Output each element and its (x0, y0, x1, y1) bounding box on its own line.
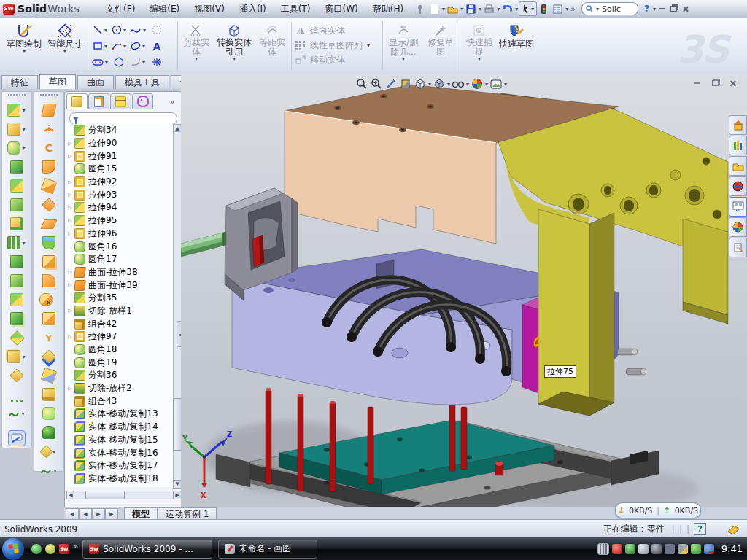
tree-item-extrude96[interactable]: ▷拉伸96 (66, 228, 173, 241)
curve-button[interactable] (2, 385, 31, 404)
extruded-surface-button[interactable]: C (34, 139, 63, 158)
toolbar-overflow-icon[interactable]: » (570, 4, 576, 14)
certificate-icon[interactable] (638, 544, 649, 554)
quick-snaps-button[interactable]: 快速捕捉 ▾ (462, 20, 496, 63)
extruded-boss-button[interactable]: ▾ (2, 101, 31, 120)
tree-item-combine42[interactable]: 组合42 (66, 317, 173, 330)
revolved-surface-button[interactable] (34, 120, 63, 139)
save-dropdown[interactable]: ▾ (479, 6, 481, 12)
model-tab[interactable]: 模型 (124, 508, 158, 520)
tree-item-fillet15[interactable]: 圆角15 (66, 163, 173, 176)
tree-item-split36[interactable]: 分割36 (66, 369, 173, 382)
menu-file[interactable]: 文件(F) (98, 1, 142, 17)
input-method-keyboard-icon[interactable] (597, 543, 609, 555)
select-dropdown[interactable]: ▾ (531, 6, 534, 12)
security-alert-icon[interactable] (612, 544, 622, 554)
view-palette-icon[interactable] (729, 197, 747, 217)
convert-entities-button[interactable]: 转换实体引用 ▾ (214, 20, 254, 63)
open-icon[interactable] (446, 3, 459, 15)
pin-icon[interactable] (414, 3, 427, 15)
tree-item-movecopy13[interactable]: 实体-移动/复制13 (66, 408, 173, 421)
ellipse-dropdown[interactable]: ▾ (142, 43, 145, 50)
toolbar-grip[interactable] (8, 94, 26, 100)
taskbar-clock[interactable]: 9:41 (721, 543, 743, 554)
rebuild-traffic-light-icon[interactable] (538, 3, 550, 15)
motion-study-tab[interactable]: 运动算例 1 (158, 508, 217, 520)
featuremanager-tab[interactable] (66, 93, 88, 109)
sketch-button[interactable]: 草图绘制 ▾ (4, 19, 44, 55)
menu-help[interactable]: 帮助(H) (365, 1, 411, 17)
menu-view[interactable]: 视图(V) (187, 1, 232, 17)
fillet-surface-button[interactable] (34, 271, 63, 290)
zoom-selection-icon[interactable] (384, 77, 398, 90)
tree-item-fillet18[interactable]: 圆角18 (66, 343, 173, 357)
circle-tool[interactable]: ▾ (109, 22, 128, 38)
print-icon[interactable] (483, 3, 495, 15)
tab-sketch[interactable]: 草图 (39, 74, 76, 89)
tree-item-movecopy15[interactable]: 实体-移动/复制15 (66, 434, 173, 447)
selection-box-tool[interactable] (147, 22, 166, 38)
doc-restore-button[interactable] (709, 78, 721, 88)
display-delete-relations-button[interactable]: 显示/删除几... ▾ (385, 20, 422, 63)
tree-item-split35[interactable]: 分割35 (66, 292, 173, 305)
spline-curve-button[interactable]: ▾ (2, 404, 31, 423)
rectangle-tool[interactable]: ▾ (90, 38, 109, 54)
search-box[interactable]: ▾ Solic (581, 2, 638, 15)
zoom-fit-icon[interactable] (355, 77, 369, 90)
repair-sketch-button[interactable]: 修复草图 (425, 20, 457, 56)
configurationmanager-tab[interactable] (110, 93, 131, 109)
trim-surface-button[interactable] (34, 176, 63, 195)
custom-properties-icon[interactable] (729, 238, 747, 257)
point-tool[interactable] (147, 54, 166, 70)
tree-item-fillet17[interactable]: 圆角17 (66, 253, 173, 266)
taskbar-button-paint[interactable]: 未命名 - 画图 (218, 540, 317, 559)
tree-filter-input[interactable] (69, 112, 177, 125)
view-orientation-dropdown[interactable]: ▾ (447, 81, 450, 88)
tree-item-extrude94[interactable]: ▷拉伸94 (66, 201, 173, 214)
tree-item-extrude95[interactable]: ▷拉伸95 (66, 214, 173, 228)
appearances-icon[interactable] (470, 77, 484, 90)
tree-item-extrude92[interactable]: ▷拉伸92 (66, 176, 173, 189)
start-button[interactable] (2, 538, 24, 560)
zoom-area-icon[interactable] (369, 77, 384, 90)
hide-show-dropdown[interactable]: ▾ (466, 81, 469, 88)
chamfer-button[interactable] (2, 366, 31, 385)
planar-surface-button[interactable] (34, 214, 63, 233)
options-dropdown[interactable]: ▾ (565, 6, 568, 12)
shut-off-surface-button[interactable] (34, 385, 63, 404)
display-style-dropdown[interactable]: ▾ (428, 81, 431, 88)
convert-dropdown[interactable]: ▾ (233, 56, 236, 62)
minimize-button[interactable] (657, 4, 668, 14)
update-shield-icon[interactable] (691, 544, 701, 554)
arc-dropdown[interactable]: ▾ (123, 43, 126, 50)
linear-pattern-button[interactable]: 线性草图阵列 ▾ (295, 38, 371, 52)
hide-show-items-icon[interactable] (451, 77, 465, 90)
tree-item-extrude97[interactable]: ▷拉伸97 (66, 330, 173, 343)
menu-tools[interactable]: 工具(T) (274, 1, 318, 17)
thicken-button[interactable]: Y (34, 328, 63, 347)
view-orientation-icon[interactable] (432, 77, 446, 90)
tree-item-extrude90[interactable]: ▷拉伸90 (66, 137, 173, 150)
menu-edit[interactable]: 编辑(E) (142, 1, 187, 17)
hole-wizard-button[interactable] (2, 214, 31, 233)
tree-item-surface-extrude39[interactable]: ▷曲面-拉伸39 (66, 279, 173, 292)
file-explorer-icon[interactable] (729, 156, 747, 176)
lofted-surface-button[interactable] (34, 233, 63, 252)
new-dropdown[interactable]: ▾ (442, 6, 445, 12)
restore-button[interactable] (668, 4, 680, 14)
solidworks-resources-icon[interactable] (729, 115, 747, 135)
tree-item-movecopy17[interactable]: 实体-移动/复制17 (66, 459, 173, 472)
mold-sparkle-button[interactable]: ▾ (34, 442, 63, 461)
shield-lightning-icon[interactable] (625, 544, 635, 554)
last-tab-button[interactable]: ▶ (105, 508, 118, 520)
tree-item-fillet19[interactable]: 圆角19 (66, 356, 173, 369)
doc-close-button[interactable] (727, 78, 738, 88)
part-handle-rod[interactable] (181, 232, 226, 257)
tag-icon[interactable] (727, 524, 740, 534)
rectangle-dropdown[interactable]: ▾ (104, 43, 107, 50)
tree-item-cutloft2[interactable]: ▷切除-放样2 (66, 382, 173, 395)
mirror-entities-button[interactable]: 镜向实体 (295, 23, 371, 38)
sync-blocked-icon[interactable] (704, 544, 714, 554)
undo-dropdown[interactable]: ▾ (515, 6, 518, 12)
slot-tool[interactable]: ▾ (90, 54, 109, 70)
